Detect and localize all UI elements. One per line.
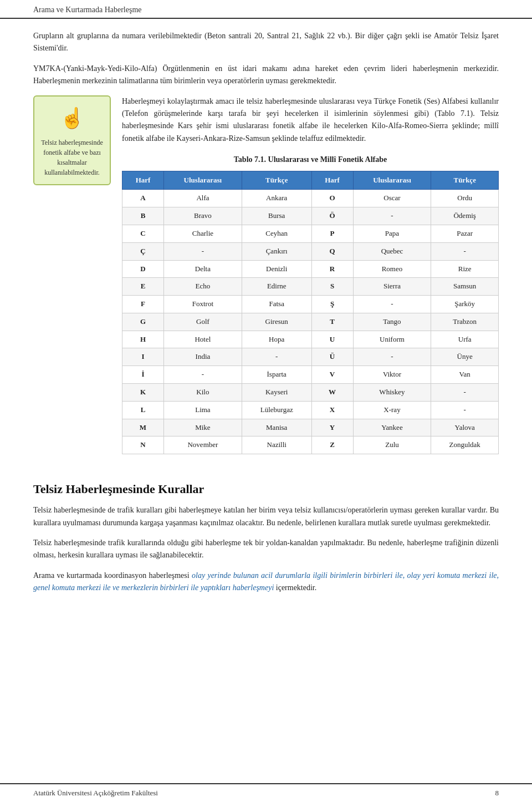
- table-cell: -: [353, 207, 431, 225]
- table-row: BBravoBursaÖ-Ödemiş: [122, 207, 499, 225]
- table-cell: Delta: [164, 260, 242, 278]
- table-cell: Foxtrot: [164, 296, 242, 313]
- table-title: Tablo 7.1. Uluslararası ve Millî Fonetik…: [122, 154, 499, 166]
- table-cell: K: [122, 384, 164, 402]
- table-cell: Yankee: [353, 419, 431, 436]
- table-cell: Charlie: [164, 225, 242, 242]
- table-cell: X: [311, 401, 353, 419]
- table-cell: İ: [122, 366, 164, 384]
- table-cell: Fatsa: [242, 296, 311, 313]
- table-cell: Oscar: [353, 190, 431, 207]
- table-cell: Şarköy: [431, 296, 499, 313]
- table-cell: H: [122, 331, 164, 348]
- table-cell: Whiskey: [353, 384, 431, 402]
- table-cell: Manisa: [242, 419, 311, 436]
- table-cell: E: [122, 278, 164, 296]
- table-cell: Edirne: [242, 278, 311, 296]
- table-cell: Ünye: [431, 348, 499, 366]
- table-cell: Ü: [311, 348, 353, 366]
- table-cell: U: [311, 331, 353, 348]
- table-cell: Zonguldak: [431, 436, 499, 454]
- table-cell: -: [353, 296, 431, 313]
- table-row: KKiloKayseriWWhiskey-: [122, 384, 499, 402]
- table-cell: P: [311, 225, 353, 242]
- table-cell: Ceyhan: [242, 225, 311, 242]
- phonetic-table: Harf Uluslararası Türkçe Harf Uluslarara…: [122, 171, 499, 455]
- table-cell: R: [311, 260, 353, 278]
- table-cell: F: [122, 296, 164, 313]
- table-cell: Papa: [353, 225, 431, 242]
- header-title: Arama ve Kurtarmada Haberleşme: [33, 6, 142, 14]
- sidebar-box: ☝ Telsiz haberleşmesinde fonetik alfabe …: [33, 95, 111, 185]
- table-cell: Y: [311, 419, 353, 436]
- table-row: Ç-ÇankırıQQuebec-: [122, 242, 499, 260]
- sidebar-text: Telsiz haberleşmesinde fonetik alfabe ve…: [41, 139, 103, 176]
- table-cell: Zulu: [353, 436, 431, 454]
- table-cell: India: [164, 348, 242, 366]
- table-cell: Kilo: [164, 384, 242, 402]
- table-row: GGolfGiresunTTangoTrabzon: [122, 313, 499, 331]
- table-cell: Mike: [164, 419, 242, 436]
- col-header-intl1: Uluslararası: [164, 171, 242, 190]
- col-header-turkce1: Türkçe: [242, 171, 311, 190]
- footer-left: Atatürk Üniversitesi Açıköğretim Fakülte…: [33, 789, 158, 798]
- bottom-paragraph-3: Arama ve kurtarmada koordinasyon haberle…: [33, 570, 499, 595]
- page-content: Grupların alt gruplarına da numara veril…: [0, 19, 532, 636]
- table-cell: Urfa: [431, 331, 499, 348]
- col-header-harf1: Harf: [122, 171, 164, 190]
- table-cell: Lüleburgaz: [242, 401, 311, 419]
- table-cell: Z: [311, 436, 353, 454]
- table-cell: Lima: [164, 401, 242, 419]
- intro-paragraph-2: YM7KA-(Yanki-Mayk-Yedi-Kilo-Alfa) Örgütl…: [33, 63, 499, 88]
- hand-icon: ☝: [41, 103, 103, 133]
- table-cell: M: [122, 419, 164, 436]
- table-row: FFoxtrotFatsaŞ-Şarköy: [122, 296, 499, 313]
- table-cell: Samsun: [431, 278, 499, 296]
- table-cell: İsparta: [242, 366, 311, 384]
- table-cell: B: [122, 207, 164, 225]
- table-cell: Golf: [164, 313, 242, 331]
- table-row: İ-İspartaVViktorVan: [122, 366, 499, 384]
- page-header: Arama ve Kurtarmada Haberleşme: [0, 0, 532, 19]
- table-cell: I: [122, 348, 164, 366]
- table-row: AAlfaAnkaraOOscarOrdu: [122, 190, 499, 207]
- table-cell: Yalova: [431, 419, 499, 436]
- table-cell: Ş: [311, 296, 353, 313]
- table-row: NNovemberNazilliZZuluZonguldak: [122, 436, 499, 454]
- table-cell: Ödemiş: [431, 207, 499, 225]
- table-cell: A: [122, 190, 164, 207]
- table-cell: Bravo: [164, 207, 242, 225]
- table-cell: T: [311, 313, 353, 331]
- table-cell: -: [431, 384, 499, 402]
- table-cell: Kayseri: [242, 384, 311, 402]
- table-cell: Alfa: [164, 190, 242, 207]
- table-row: HHotelHopaUUniformUrfa: [122, 331, 499, 348]
- table-cell: G: [122, 313, 164, 331]
- table-cell: -: [431, 401, 499, 419]
- footer-right: 8: [495, 789, 499, 798]
- table-cell: L: [122, 401, 164, 419]
- table-row: IIndia-Ü-Ünye: [122, 348, 499, 366]
- table-cell: Ö: [311, 207, 353, 225]
- table-cell: Echo: [164, 278, 242, 296]
- table-cell: O: [311, 190, 353, 207]
- table-cell: Trabzon: [431, 313, 499, 331]
- table-cell: D: [122, 260, 164, 278]
- table-cell: Hotel: [164, 331, 242, 348]
- table-cell: Ç: [122, 242, 164, 260]
- table-cell: Tango: [353, 313, 431, 331]
- table-cell: W: [311, 384, 353, 402]
- table-cell: Giresun: [242, 313, 311, 331]
- table-cell: -: [353, 348, 431, 366]
- intro-paragraph-1: Grupların alt gruplarına da numara veril…: [33, 30, 499, 55]
- table-cell: Ordu: [431, 190, 499, 207]
- table-cell: Ankara: [242, 190, 311, 207]
- table-cell: Rize: [431, 260, 499, 278]
- main-paragraph: Haberleşmeyi kolaylaştırmak amacı ile te…: [122, 95, 499, 466]
- bottom-paragraph-2: Telsiz haberleşmesinde trafik kuralların…: [33, 537, 499, 562]
- table-cell: November: [164, 436, 242, 454]
- table-row: DDeltaDenizliRRomeoRize: [122, 260, 499, 278]
- table-cell: -: [164, 366, 242, 384]
- page-footer: Atatürk Üniversitesi Açıköğretim Fakülte…: [0, 783, 532, 802]
- table-cell: Denizli: [242, 260, 311, 278]
